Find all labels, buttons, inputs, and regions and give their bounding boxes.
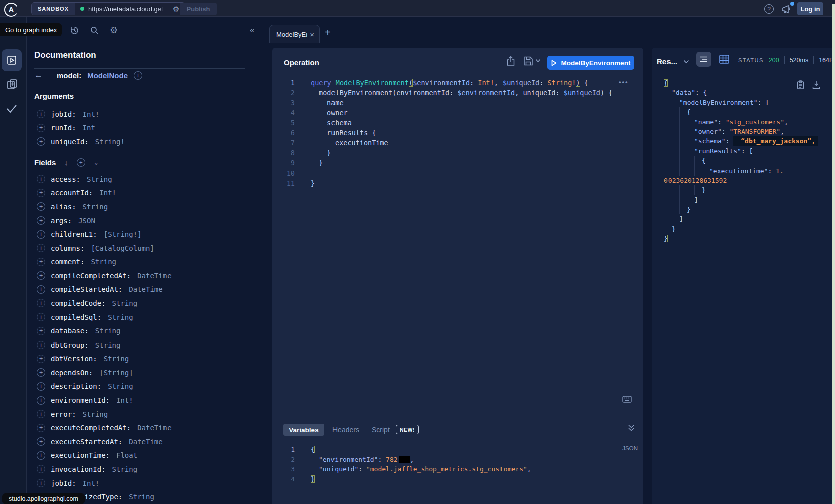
field-type[interactable]: [String]	[99, 369, 133, 377]
add-argument-button[interactable]: +	[37, 110, 45, 118]
field-type[interactable]: String	[104, 355, 129, 363]
add-field-button[interactable]: +	[37, 258, 45, 266]
field-type[interactable]: String	[87, 175, 112, 183]
field-row[interactable]: + columns: [CatalogColumn]	[37, 241, 257, 255]
collapse-variables-icon[interactable]	[628, 424, 635, 432]
field-row[interactable]: + comment: String	[37, 255, 257, 269]
response-title[interactable]: Res...	[657, 57, 677, 66]
add-field-button[interactable]: +	[37, 216, 45, 225]
field-name[interactable]: invocationId:	[51, 465, 106, 473]
new-tab-button[interactable]: +	[325, 27, 331, 38]
share-operation-icon[interactable]	[506, 56, 515, 66]
add-field-button[interactable]: +	[37, 437, 45, 446]
field-type[interactable]: JSON	[78, 217, 95, 225]
response-chevron-icon[interactable]	[683, 60, 689, 64]
add-field-button[interactable]: +	[37, 368, 45, 377]
field-name[interactable]: childrenL1:	[51, 230, 97, 238]
field-row[interactable]: + compiledCode: String	[37, 296, 257, 310]
field-type[interactable]: String	[112, 465, 138, 473]
argument-type[interactable]: Int	[83, 124, 95, 132]
field-row[interactable]: + error: String	[37, 407, 257, 421]
fields-options-chevron-icon[interactable]: ⌄	[94, 159, 99, 166]
help-icon[interactable]: ?	[764, 4, 774, 14]
field-type[interactable]: String	[95, 341, 121, 349]
field-name[interactable]: dbtGroup:	[51, 341, 89, 349]
field-type[interactable]: DateTime	[129, 285, 162, 293]
field-type[interactable]: DateTime	[137, 272, 171, 280]
field-row[interactable]: + environmentId: Int!	[37, 393, 257, 407]
field-name[interactable]: compiledCode:	[51, 299, 106, 307]
field-type[interactable]: Int!	[116, 396, 133, 404]
add-field-button[interactable]: +	[37, 244, 45, 252]
checks-nav-icon[interactable]	[6, 103, 18, 114]
save-operation-icon[interactable]	[524, 56, 533, 66]
add-field-button[interactable]: +	[37, 271, 45, 280]
add-field-button[interactable]: +	[37, 285, 45, 294]
field-type[interactable]: String	[91, 258, 116, 266]
sort-fields-icon[interactable]: ↓	[64, 158, 68, 167]
field-type[interactable]: String	[83, 203, 108, 211]
argument-name[interactable]: runId:	[51, 124, 76, 132]
field-row[interactable]: + compileCompletedAt: DateTime	[37, 269, 257, 283]
history-icon[interactable]	[70, 26, 79, 35]
field-name[interactable]: compileStartedAt:	[51, 285, 122, 293]
endpoint-url-field[interactable]: https://metadata.cloud.get ⚙	[75, 3, 185, 15]
field-name[interactable]: jobId:	[51, 479, 76, 487]
add-field-button[interactable]: +	[37, 479, 45, 487]
add-argument-button[interactable]: +	[37, 124, 45, 132]
table-view-toggle-icon[interactable]	[719, 54, 730, 65]
field-name[interactable]: dbtVersion:	[51, 355, 97, 363]
back-arrow-icon[interactable]: ←	[34, 70, 43, 80]
field-name[interactable]: args:	[51, 217, 72, 225]
field-row[interactable]: + executionTime: Float	[37, 449, 257, 463]
field-name[interactable]: environmentId:	[51, 396, 110, 404]
apollo-logo-icon[interactable]: A	[4, 2, 19, 17]
field-type[interactable]: String	[112, 299, 138, 307]
field-row[interactable]: + compileStartedAt: DateTime	[37, 283, 257, 297]
field-name[interactable]: database:	[51, 327, 89, 335]
add-field-button[interactable]: +	[37, 341, 45, 349]
operation-tab[interactable]: ModelByEnvi... ×	[269, 25, 320, 43]
argument-name[interactable]: uniqueId:	[51, 138, 89, 146]
field-name[interactable]: comment:	[51, 258, 84, 266]
add-field-button[interactable]: +	[37, 410, 45, 418]
add-field-button[interactable]: +	[37, 299, 45, 307]
field-type[interactable]: String	[108, 382, 133, 390]
connection-settings-gear-icon[interactable]: ⚙	[173, 5, 179, 13]
save-options-chevron-icon[interactable]	[535, 59, 541, 63]
field-name[interactable]: alias:	[51, 203, 76, 211]
field-row[interactable]: + dbtVersion: String	[37, 352, 257, 366]
response-json-viewer[interactable]: { "data": { "modelByEnvironment": [ { "n…	[664, 78, 829, 244]
add-fields-button[interactable]: +	[77, 158, 85, 167]
tab-headers[interactable]: Headers	[332, 426, 359, 434]
run-operation-button[interactable]: ModelByEnvironment	[547, 56, 634, 70]
close-tab-icon[interactable]: ×	[310, 30, 314, 39]
publish-button[interactable]: Publish	[180, 3, 217, 15]
argument-row[interactable]: + jobId: Int!	[37, 107, 257, 121]
tab-variables[interactable]: Variables	[283, 424, 324, 436]
add-field-button[interactable]: +	[37, 396, 45, 405]
type-name-link[interactable]: ModelNode	[87, 71, 128, 80]
field-row[interactable]: + invocationId: String	[37, 462, 257, 476]
keyboard-shortcuts-icon[interactable]	[622, 396, 632, 403]
field-name[interactable]: dependsOn:	[51, 369, 93, 377]
field-name[interactable]: executionTime:	[51, 451, 110, 459]
settings-gear-icon[interactable]: ⚙	[110, 26, 118, 35]
argument-type[interactable]: Int!	[83, 110, 100, 118]
add-field-button[interactable]: +	[37, 313, 45, 321]
explorer-nav-icon[interactable]	[2, 49, 22, 71]
field-name[interactable]: description:	[51, 382, 101, 390]
field-type[interactable]: DateTime	[137, 424, 171, 432]
field-type[interactable]: [CatalogColumn]	[91, 244, 154, 252]
field-type[interactable]: DateTime	[129, 438, 162, 446]
login-button[interactable]: Log in	[797, 2, 823, 15]
add-field-button[interactable]: +	[37, 382, 45, 391]
argument-row[interactable]: + runId: Int	[37, 121, 257, 135]
field-type[interactable]: [String!]	[104, 230, 142, 238]
argument-name[interactable]: jobId:	[51, 110, 76, 118]
field-row[interactable]: + childrenL1: [String!]	[37, 227, 257, 241]
field-type[interactable]: Int!	[83, 479, 100, 487]
add-all-fields-button[interactable]: +	[134, 71, 142, 80]
field-row[interactable]: + args: JSON	[37, 214, 257, 228]
field-name[interactable]: access:	[51, 175, 80, 183]
